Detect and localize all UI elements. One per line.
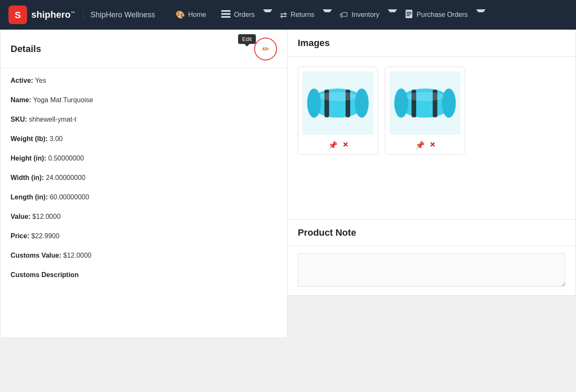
detail-weight: Weight (lb): 3.00 xyxy=(11,135,277,143)
detail-sku: SKU: shhewell-ymat-t xyxy=(11,116,277,123)
detail-customs-description: Customs Description xyxy=(11,271,277,279)
svg-rect-7 xyxy=(406,14,411,14)
svg-text:S: S xyxy=(15,10,21,20)
detail-width-value: 24.00000000 xyxy=(46,174,85,181)
pin-icon-1[interactable]: 📌 xyxy=(328,141,337,150)
detail-length-label: Length (in): xyxy=(11,193,49,201)
nav-returns[interactable]: ⇄ Returns xyxy=(272,5,322,24)
detail-price: Price: $22.9900 xyxy=(11,232,277,240)
detail-price-value: $22.9900 xyxy=(31,232,60,240)
nav-purchase-orders[interactable]: Purchase Orders xyxy=(397,5,475,24)
details-title: Details xyxy=(11,44,41,54)
svg-rect-6 xyxy=(406,12,411,13)
detail-height: Height (in): 0.50000000 xyxy=(11,155,277,162)
detail-value-value: $12.0000 xyxy=(33,213,61,220)
right-panel: Images xyxy=(288,30,576,338)
nav-items: 🎨 Home Orders ⇄ Returns 🏷 Inventory Purc… xyxy=(168,5,568,24)
detail-customs-value-label: Customs Value: xyxy=(11,252,63,259)
image-card-1: 📌 ✕ xyxy=(298,67,378,155)
detail-customs-value: Customs Value: $12.0000 xyxy=(11,252,277,259)
detail-width-label: Width (in): xyxy=(11,174,46,181)
purchase-orders-dropdown-icon[interactable] xyxy=(476,9,485,21)
images-grid: 📌 ✕ xyxy=(288,57,576,165)
delete-icon-1[interactable]: ✕ xyxy=(343,141,348,150)
edit-tooltip: Edit xyxy=(238,34,256,44)
images-title: Images xyxy=(298,38,330,48)
svg-rect-3 xyxy=(221,13,230,15)
detail-active-value: Yes xyxy=(35,77,46,84)
nav-home[interactable]: 🎨 Home xyxy=(168,6,214,24)
detail-weight-value: 3.00 xyxy=(49,135,63,142)
orders-icon xyxy=(221,10,230,20)
note-header: Product Note xyxy=(288,220,576,246)
product-note-panel: Product Note xyxy=(288,220,576,296)
orders-dropdown-icon[interactable] xyxy=(263,9,272,21)
svg-point-11 xyxy=(355,88,369,117)
shiphero-logo-icon: S xyxy=(8,5,27,24)
edit-button[interactable]: ✏ xyxy=(254,38,277,60)
detail-active: Active: Yes xyxy=(11,77,277,84)
detail-name: Name: Yoga Mat Turquoise xyxy=(11,96,277,104)
nav-orders[interactable]: Orders xyxy=(214,6,262,24)
logo-area[interactable]: S shiphero™ ShipHero Wellness xyxy=(8,5,155,24)
main-content: Details Edit ✏ Active: Yes Name: Yoga Ma… xyxy=(0,30,576,338)
svg-rect-8 xyxy=(406,15,410,16)
nav-inventory[interactable]: 🏷 Inventory xyxy=(332,6,387,24)
image-1-actions: 📌 ✕ xyxy=(302,139,373,150)
detail-sku-label: SKU: xyxy=(11,116,29,123)
svg-rect-4 xyxy=(221,16,230,18)
detail-price-label: Price: xyxy=(11,232,31,240)
detail-height-value: 0.50000000 xyxy=(48,155,84,162)
image-placeholder-2 xyxy=(389,71,461,135)
yoga-mat-image-2 xyxy=(393,82,457,124)
detail-length-value: 60.00000000 xyxy=(49,193,89,201)
detail-sku-value: shhewell-ymat-t xyxy=(29,116,77,123)
detail-customs-description-label: Customs Description xyxy=(11,271,79,278)
yoga-mat-image-1 xyxy=(306,82,370,124)
returns-dropdown-icon[interactable] xyxy=(323,9,332,21)
image-placeholder-1 xyxy=(302,71,373,135)
detail-height-label: Height (in): xyxy=(11,155,48,162)
note-textarea[interactable] xyxy=(298,253,565,287)
edit-pencil-icon: ✏ xyxy=(262,44,269,54)
details-panel: Details Edit ✏ Active: Yes Name: Yoga Ma… xyxy=(0,30,288,338)
svg-point-10 xyxy=(307,88,321,117)
images-panel: Images xyxy=(288,30,576,220)
detail-length: Length (in): 60.00000000 xyxy=(11,193,277,201)
company-name: ShipHero Wellness xyxy=(83,11,155,19)
detail-customs-value-value: $12.0000 xyxy=(63,252,91,259)
note-body xyxy=(288,246,576,295)
inventory-icon: 🏷 xyxy=(340,10,348,20)
detail-active-label: Active: xyxy=(11,77,35,84)
image-card-2: 📌 ✕ xyxy=(385,67,465,155)
brand-name: shiphero™ xyxy=(31,9,75,20)
detail-value-label: Value: xyxy=(11,213,33,220)
details-body: Active: Yes Name: Yoga Mat Turquoise SKU… xyxy=(0,68,287,299)
returns-icon: ⇄ xyxy=(280,10,287,20)
pin-icon-2[interactable]: 📌 xyxy=(415,141,425,150)
inventory-dropdown-icon[interactable] xyxy=(388,9,397,21)
delete-icon-2[interactable]: ✕ xyxy=(430,141,435,150)
detail-value: Value: $12.0000 xyxy=(11,213,277,220)
detail-name-value: Yoga Mat Turquoise xyxy=(33,96,93,103)
top-navigation: S shiphero™ ShipHero Wellness 🎨 Home Ord… xyxy=(0,0,576,30)
images-header: Images xyxy=(288,30,576,57)
purchase-orders-icon xyxy=(405,10,413,20)
detail-name-label: Name: xyxy=(11,96,33,103)
home-icon: 🎨 xyxy=(176,10,185,19)
detail-width: Width (in): 24.00000000 xyxy=(11,174,277,182)
svg-point-17 xyxy=(442,88,456,117)
image-2-actions: 📌 ✕ xyxy=(389,139,461,150)
svg-point-20 xyxy=(406,92,443,101)
svg-rect-2 xyxy=(221,10,230,12)
svg-point-14 xyxy=(319,92,356,101)
svg-point-16 xyxy=(394,88,408,117)
details-header: Details Edit ✏ xyxy=(0,30,287,68)
detail-weight-label: Weight (lb): xyxy=(11,135,49,142)
note-title: Product Note xyxy=(298,227,356,238)
